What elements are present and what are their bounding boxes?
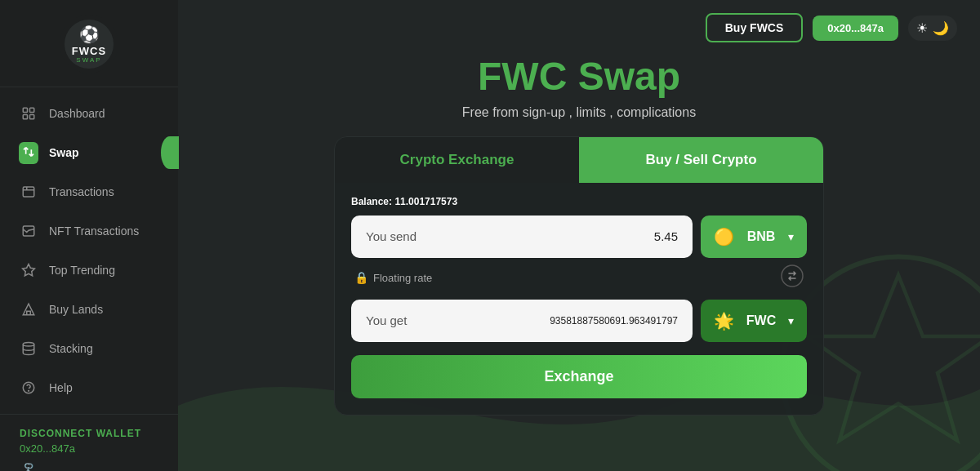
floating-rate-label: Floating rate <box>373 272 432 284</box>
get-input-box[interactable]: You get 93581887580691.963491797 <box>351 300 693 342</box>
send-token-name: BNB <box>747 229 776 244</box>
soccer-ball-icon: ⚽ <box>79 24 100 44</box>
send-token-chevron-icon: ▾ <box>788 230 794 243</box>
sidebar-item-swap[interactable]: Swap <box>0 133 178 172</box>
svg-rect-2 <box>23 115 27 119</box>
send-row: You send 5.45 🟡 BNB ▾ <box>351 216 807 258</box>
get-token-emoji: 🌟 <box>714 311 734 331</box>
sidebar-item-dashboard[interactable]: Dashboard <box>0 94 178 133</box>
theme-toggle-button[interactable]: ☀ 🌙 <box>908 16 957 41</box>
get-value: 93581887580691.963491797 <box>550 315 678 327</box>
send-token-emoji: 🟡 <box>714 227 734 247</box>
sidebar-item-top-trending[interactable]: Top Trending <box>0 251 178 290</box>
balance-row: Balance: 11.001717573 <box>351 196 807 207</box>
middle-row: 🔒 Floating rate <box>351 264 807 291</box>
balance-label: Balance: <box>351 196 392 207</box>
svg-marker-8 <box>23 264 35 276</box>
svg-rect-1 <box>30 108 34 112</box>
page-header: Buy FWCS 0x20...847a ☀ 🌙 <box>178 0 980 56</box>
transactions-icon <box>20 183 38 201</box>
sidebar-item-stacking[interactable]: Stacking <box>0 329 178 368</box>
moon-icon: 🌙 <box>933 20 949 36</box>
sidebar: ⚽ FWCS SWAP Dashboard <box>0 0 178 471</box>
logo-sub: SWAP <box>76 56 101 64</box>
dashboard-label: Dashboard <box>49 107 105 120</box>
swap-card: Crypto Exchange Buy / Sell Crypto Balanc… <box>334 136 824 415</box>
tab-buy-sell-crypto[interactable]: Buy / Sell Crypto <box>579 137 823 183</box>
svg-point-9 <box>23 343 34 347</box>
page-title: FWC Swap <box>478 56 680 99</box>
balance-value: 11.001717573 <box>394 196 457 207</box>
buy-fwcs-button[interactable]: Buy FWCS <box>706 13 804 42</box>
swap-icon <box>20 144 38 162</box>
main-page-content: FWC Swap Free from sign-up , limits , co… <box>178 56 980 471</box>
disconnect-wallet-button[interactable]: DISCONNECT WALLET <box>20 428 158 439</box>
nft-icon <box>20 222 38 240</box>
stacking-icon <box>20 340 38 358</box>
stacking-label: Stacking <box>49 342 93 355</box>
lock-icon: 🔒 <box>354 271 368 284</box>
help-icon <box>20 379 38 397</box>
card-body: Balance: 11.001717573 You send 5.45 🟡 BN… <box>335 183 823 415</box>
get-token-select[interactable]: 🌟 FWC ▾ <box>701 300 807 342</box>
floating-rate: 🔒 Floating rate <box>354 271 432 284</box>
page-subtitle: Free from sign-up , limits , complicatio… <box>462 105 696 120</box>
tab-bar: Crypto Exchange Buy / Sell Crypto <box>335 137 823 183</box>
swap-arrows-icon[interactable] <box>781 264 804 291</box>
send-input-box[interactable]: You send 5.45 <box>351 216 693 258</box>
send-token-select[interactable]: 🟡 BNB ▾ <box>701 216 807 258</box>
sidebar-item-transactions[interactable]: Transactions <box>0 172 178 211</box>
sidebar-logo: ⚽ FWCS SWAP <box>0 0 178 87</box>
logo-name: FWCS <box>72 46 106 56</box>
sidebar-item-buy-lands[interactable]: Buy Lands <box>0 290 178 329</box>
get-token-name: FWC <box>746 313 776 328</box>
exchange-button[interactable]: Exchange <box>351 355 807 398</box>
send-value: 5.45 <box>654 229 678 243</box>
top-trending-label: Top Trending <box>49 264 115 277</box>
trending-icon <box>20 261 38 279</box>
dashboard-icon <box>20 104 38 122</box>
sidebar-nav: Dashboard Swap Transacti <box>0 87 178 414</box>
get-row: You get 93581887580691.963491797 🌟 FWC ▾ <box>351 300 807 342</box>
sidebar-bottom: DISCONNECT WALLET 0x20...847a 🗝️ <box>0 414 178 471</box>
help-label: Help <box>49 381 73 394</box>
sun-icon: ☀ <box>916 20 928 36</box>
logo-inner: ⚽ FWCS SWAP <box>65 20 114 69</box>
get-label: You get <box>366 313 407 327</box>
transactions-label: Transactions <box>49 185 114 198</box>
svg-rect-4 <box>23 187 34 197</box>
sidebar-wallet-address: 0x20...847a <box>20 442 158 455</box>
svg-rect-0 <box>23 108 27 112</box>
buy-lands-label: Buy Lands <box>49 303 103 316</box>
logo-circle: ⚽ FWCS SWAP <box>60 15 118 73</box>
swap-label: Swap <box>49 146 79 159</box>
sidebar-item-nft-transactions[interactable]: NFT Transactions <box>0 211 178 251</box>
svg-point-14 <box>782 265 803 287</box>
get-token-chevron-icon: ▾ <box>788 314 794 327</box>
buy-lands-icon <box>20 300 38 318</box>
nft-transactions-label: NFT Transactions <box>49 224 139 238</box>
wallet-button[interactable]: 0x20...847a <box>813 16 898 41</box>
send-label: You send <box>366 229 416 243</box>
svg-rect-3 <box>30 115 34 119</box>
sidebar-item-help[interactable]: Help <box>0 368 178 407</box>
main-content: Buy FWCS 0x20...847a ☀ 🌙 FWC Swap Free f… <box>178 0 980 471</box>
tab-crypto-exchange[interactable]: Crypto Exchange <box>335 137 579 183</box>
key-icon: 🗝️ <box>16 459 41 471</box>
